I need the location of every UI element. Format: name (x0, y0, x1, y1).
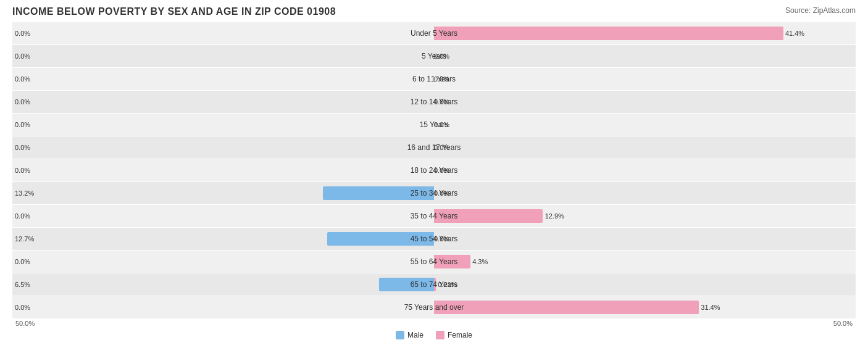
male-value-label: 0.0% (15, 121, 30, 128)
right-section: 0.0% (434, 91, 856, 113)
female-value-label: 0.0% (434, 167, 449, 174)
female-value-label: 12.9% (545, 212, 564, 220)
female-bar (434, 27, 783, 40)
chart-header: INCOME BELOW POVERTY BY SEX AND AGE IN Z… (12, 6, 856, 17)
bar-row: 6.5%0.21%65 to 74 Years (12, 273, 856, 296)
female-value-label: 0.21% (438, 281, 457, 288)
axis-right-label: 50.0% (833, 320, 853, 327)
left-section: 0.0% (12, 136, 434, 159)
bar-row: 0.0%0.0%15 Years (12, 114, 856, 136)
right-section: 0.0% (434, 159, 856, 181)
female-value-label: 0.0% (434, 52, 449, 60)
left-section: 0.0% (12, 91, 434, 113)
bar-row: 0.0%41.4%Under 5 Years (12, 22, 856, 44)
left-section: 0.0% (12, 205, 434, 227)
female-bar (434, 209, 543, 223)
bar-row: 0.0%0.0%6 to 11 Years (12, 68, 856, 90)
male-value-label: 0.0% (15, 258, 30, 265)
bar-row: 0.0%4.3%55 to 64 Years (12, 251, 856, 273)
male-value-label: 0.0% (15, 52, 30, 60)
bar-row: 0.0%0.0%16 and 17 Years (12, 136, 856, 159)
chart-title: INCOME BELOW POVERTY BY SEX AND AGE IN Z… (12, 6, 336, 17)
male-value-label: 0.0% (15, 212, 30, 220)
right-section: 12.9% (434, 205, 856, 227)
left-section: 0.0% (12, 45, 434, 67)
chart-area: 0.0%41.4%Under 5 Years0.0%0.0%5 Years0.0… (12, 22, 856, 318)
male-value-label: 0.0% (15, 304, 30, 311)
left-section: 6.5% (12, 273, 434, 296)
bar-row: 13.2%0.0%25 to 34 Years (12, 182, 856, 204)
legend: Male Female (12, 331, 856, 339)
chart-container: INCOME BELOW POVERTY BY SEX AND AGE IN Z… (0, 0, 868, 345)
bar-row: 0.0%0.0%5 Years (12, 45, 856, 67)
bar-row: 0.0%31.4%75 Years and over (12, 296, 856, 318)
male-bar (379, 278, 434, 291)
female-value-label: 0.0% (434, 144, 449, 151)
legend-male: Male (396, 331, 424, 339)
female-bar (434, 278, 436, 291)
right-section: 31.4% (434, 296, 856, 318)
right-section: 0.0% (434, 114, 856, 136)
left-section: 0.0% (12, 296, 434, 318)
right-section: 0.0% (434, 68, 856, 90)
male-value-label: 0.0% (15, 98, 30, 106)
female-value-label: 31.4% (701, 304, 720, 311)
right-section: 0.0% (434, 136, 856, 159)
female-bar (434, 301, 699, 314)
chart-source: Source: ZipAtlas.com (785, 6, 856, 15)
male-bar (323, 186, 434, 200)
legend-male-box (396, 331, 404, 339)
legend-female: Female (436, 331, 472, 339)
left-section: 0.0% (12, 251, 434, 273)
axis-left-label: 50.0% (15, 320, 35, 327)
right-section: 0.21% (434, 273, 856, 296)
right-section: 0.0% (434, 228, 856, 250)
left-section: 0.0% (12, 22, 434, 44)
right-section: 4.3% (434, 251, 856, 273)
female-value-label: 0.0% (434, 121, 449, 128)
male-value-label: 6.5% (15, 281, 30, 288)
left-section: 12.7% (12, 228, 434, 250)
left-section: 0.0% (12, 114, 434, 136)
female-value-label: 41.4% (785, 30, 804, 37)
right-section: 41.4% (434, 22, 856, 44)
female-value-label: 0.0% (434, 75, 449, 83)
female-value-label: 0.0% (434, 189, 449, 197)
bar-row: 12.7%0.0%45 to 54 Years (12, 228, 856, 250)
legend-female-box (436, 331, 444, 339)
male-value-label: 13.2% (15, 189, 34, 197)
left-section: 0.0% (12, 159, 434, 181)
male-value-label: 0.0% (15, 30, 30, 37)
bar-row: 0.0%0.0%18 to 24 Years (12, 159, 856, 181)
male-value-label: 0.0% (15, 167, 30, 174)
left-section: 0.0% (12, 68, 434, 90)
female-value-label: 0.0% (434, 235, 449, 243)
male-bar (327, 232, 434, 246)
male-value-label: 12.7% (15, 235, 34, 243)
right-section: 0.0% (434, 45, 856, 67)
female-value-label: 0.0% (434, 98, 449, 106)
right-section: 0.0% (434, 182, 856, 204)
female-value-label: 4.3% (472, 258, 488, 265)
male-value-label: 0.0% (15, 144, 30, 151)
bar-row: 0.0%0.0%12 to 14 Years (12, 91, 856, 113)
male-value-label: 0.0% (15, 75, 30, 83)
axis-labels: 50.0% 50.0% (12, 320, 856, 327)
left-section: 13.2% (12, 182, 434, 204)
female-bar (434, 255, 470, 268)
legend-female-label: Female (448, 331, 472, 339)
bar-row: 0.0%12.9%35 to 44 Years (12, 205, 856, 227)
legend-male-label: Male (407, 331, 424, 339)
